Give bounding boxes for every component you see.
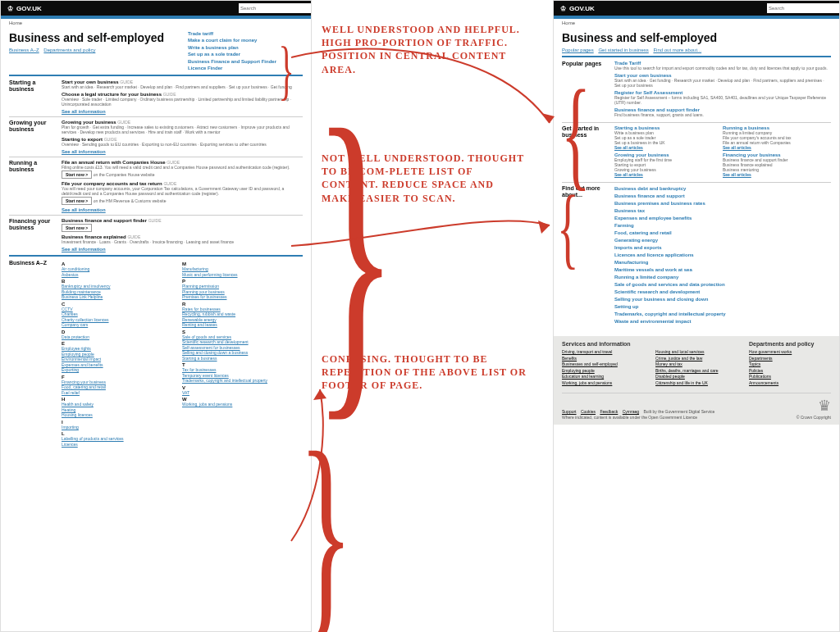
az-link[interactable]: Exporting [62,367,182,373]
popular-item: Register for Self AssessmentRegister for… [614,90,831,105]
az-link[interactable]: Importing [62,425,182,430]
findout-link[interactable]: Sale of goods and services and data prot… [614,281,831,289]
az-link[interactable]: Trademarks, copyright and intellectual p… [182,378,303,384]
az-title: Business A–Z [9,260,62,447]
footer-link[interactable]: Employing people [562,368,655,375]
az-link[interactable]: Fuel relief [62,390,182,396]
crown-icon: ♔ [7,5,13,12]
start-button[interactable]: Start now > [62,224,92,232]
az-section: Business A–Z AAir conditioningAsbestosBB… [9,260,303,447]
subnav-link[interactable]: Business A–Z [9,48,39,52]
findout-link[interactable]: Selling your business and closing down [614,296,831,303]
brace-icon: } [561,78,591,189]
findout-link[interactable]: Business finance and support [614,193,831,200]
section-label: Financing your business [9,218,62,252]
footer-heading: Departments and policy [749,341,831,347]
subnav-left: Business A–Z Departments and policy [9,48,188,52]
see-all-link[interactable]: See all articles [614,172,719,177]
findout-link[interactable]: Maritime vessels and work at sea [614,266,831,274]
svg-marker-1 [538,221,550,234]
findout-link[interactable]: Setting up [614,303,831,311]
section-label: Growing your business [9,120,62,154]
start-button[interactable]: Start now > [62,197,92,205]
royal-arms-icon: ♛ [797,397,831,415]
see-all-link[interactable]: See all information [62,149,303,154]
footer-link[interactable]: Businesses and self-employed [562,361,655,368]
footer-link[interactable]: Citizenship and life in the UK [655,380,749,387]
footer-meta-link[interactable]: Cymraeg [623,409,639,414]
gov-brand: GOV.UK [569,5,595,12]
footer-link[interactable]: Disabled people [655,374,749,380]
subnav-link[interactable]: Find out more about... [653,48,701,52]
footer-link[interactable]: Driving, transport and travel [562,349,655,356]
item-title[interactable]: Business finance and support finder GUID… [62,218,303,223]
footer-link[interactable]: Publications [749,374,831,380]
findout-link[interactable]: Food, catering and retail [614,230,831,237]
footer-meta-link[interactable]: Feedback [600,409,618,414]
footer-link[interactable]: Births, deaths, marriages and care [655,368,749,375]
findout-link[interactable]: Scientific research and development [614,289,831,296]
findout-section: Find out more about... Business debt and… [562,185,831,325]
subnav-link[interactable]: Popular pages [562,48,594,52]
findout-link[interactable]: Farming [614,222,831,230]
findout-link[interactable]: Business tax [614,207,831,215]
search-input[interactable] [767,3,839,13]
findout-link[interactable]: Manufacturing [614,259,831,266]
item-desc: Start with an idea · Get funding · Resea… [614,78,831,88]
see-all-link[interactable]: See all information [62,109,303,114]
gov-header: ♔ GOV.UK ⌕ [554,1,839,16]
findout-link[interactable]: Business premises and business rates [614,200,831,207]
findout-link[interactable]: Trademarks, copyright and intellectual p… [614,311,831,318]
findout-link[interactable]: Imports and exports [614,244,831,252]
brace-icon: } [279,33,294,107]
az-link[interactable]: Housing licences [62,412,182,418]
az-link[interactable]: Company cars [62,322,182,328]
az-link[interactable]: Music and performing licences [182,272,303,278]
footer-link[interactable]: Policies [749,368,831,375]
az-link[interactable]: Asbestos [62,272,182,278]
findout-link[interactable]: Business debt and bankruptcy [614,185,831,193]
search-icon[interactable]: ⌕ [311,3,312,13]
see-all-link[interactable]: See all articles [723,145,828,150]
az-link[interactable]: Working, jobs and pensions [182,402,303,407]
getstarted-group: Growing your businessEmploying staff for… [614,152,719,177]
subnav-link[interactable]: Get started in business [598,48,648,52]
footer-link[interactable]: Money and tax [655,361,749,368]
findout-link[interactable]: Expenses and employee benefits [614,215,831,222]
az-link[interactable]: VAT [182,390,303,396]
footer-link[interactable]: Departments [749,356,831,362]
findout-link[interactable]: Waste and environmental impact [614,318,831,325]
footer-meta-link[interactable]: Cookies [581,409,596,414]
see-all-link[interactable]: See all information [62,247,303,252]
az-link[interactable]: Data protection [62,334,182,340]
see-all-link[interactable]: See all articles [723,172,828,177]
findout-link[interactable]: Generating energy [614,237,831,244]
search-box[interactable]: ⌕ [767,3,833,13]
footer-link[interactable]: How government works [749,349,831,356]
az-link[interactable]: Business Link Helpline [62,294,182,300]
see-all-link[interactable]: See all articles [614,145,719,150]
az-link[interactable]: Licences [62,442,182,448]
footer-link[interactable]: Education and learning [562,374,655,380]
az-link[interactable]: Starting a business [182,356,303,361]
footer-link[interactable]: Benefits [562,356,655,362]
search-input[interactable] [239,3,311,13]
subnav-link[interactable]: Departments and policy [43,48,95,52]
az-link[interactable]: Renting and leases [182,322,303,328]
findout-link[interactable]: Licences and licence applications [614,252,831,259]
footer-link[interactable]: Crime, justice and the law [655,356,749,362]
findout-link[interactable]: Running a limited company [614,274,831,281]
start-button[interactable]: Start now > [62,171,92,179]
see-all-link[interactable]: See all information [62,207,303,212]
item-desc: Plan for growth · Get extra funding · In… [62,125,303,134]
footer-link[interactable]: Topics [749,361,831,368]
footer-built: Built by the Government Digital Service [643,409,714,414]
content-item: Starting to export GUIDEOverview · Sendi… [62,137,303,147]
footer-link[interactable]: Working, jobs and pensions [562,380,655,387]
gov-header: ♔ GOV.UK ⌕ [1,1,311,16]
az-link[interactable]: Premises for businesses [182,294,303,300]
footer-meta-link[interactable]: Support [562,409,577,414]
footer-link[interactable]: Announcements [749,380,831,387]
search-box[interactable]: ⌕ [239,3,304,13]
footer-link[interactable]: Housing and local services [655,349,749,356]
